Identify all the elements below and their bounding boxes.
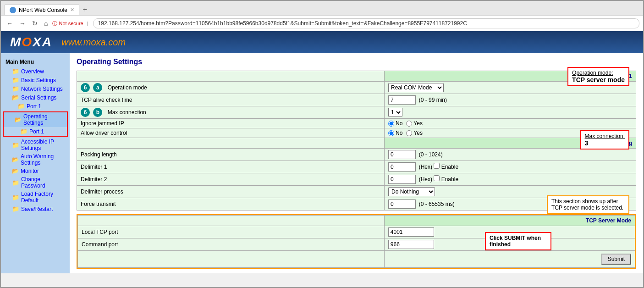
delimiter2-enable-label: Enable: [441, 176, 458, 183]
folder-open-icon: 📂: [12, 168, 19, 174]
sidebar: Main Menu 📁 Overview 📁 Basic Settings 📁 …: [1, 53, 70, 273]
tcp-alive-input[interactable]: [388, 95, 416, 105]
sidebar-item-basic-settings[interactable]: 📁 Basic Settings: [1, 76, 70, 84]
sidebar-item-change-password[interactable]: 📁 Change Password: [1, 175, 70, 190]
tab-title: NPort Web Console: [19, 7, 67, 13]
sidebar-item-monitor[interactable]: 📂 Monitor: [1, 167, 70, 175]
badge-b: b: [93, 108, 102, 117]
home-button[interactable]: ⌂: [42, 19, 50, 28]
new-tab-button[interactable]: +: [79, 4, 91, 16]
ignore-jammed-radio-group: No Yes: [388, 120, 632, 127]
max-connection-row: 6 b Max connection 1 2 3 4: [77, 106, 636, 119]
tcp-server-table: TCP Server Mode Local TCP port Command p…: [77, 215, 635, 268]
tab-close-button[interactable]: ✕: [70, 7, 74, 13]
sidebar-label-monitor: Monitor: [21, 168, 39, 174]
sidebar-item-port1-serial[interactable]: 📁 Port 1: [1, 102, 70, 111]
operation-mode-text: Operation mode: [108, 84, 147, 91]
sidebar-active-border: 📂 Operating Settings 📁 Port 1: [3, 111, 68, 137]
delimiter1-value-cell: (Hex) Enable: [385, 161, 636, 173]
allow-driver-no-label[interactable]: No: [388, 130, 402, 136]
operation-mode-label: 6 a Operation mode: [77, 82, 385, 94]
delimiter-process-select[interactable]: Do Nothing Delimiter + 1 Delimiter + 2 S…: [388, 187, 435, 196]
local-tcp-port-row: Local TCP port: [78, 226, 635, 238]
browser-tab[interactable]: NPort Web Console ✕: [5, 5, 79, 15]
ignore-jammed-yes-label[interactable]: Yes: [406, 120, 423, 127]
sidebar-item-auto-warning[interactable]: 📂 Auto Warning Settings: [1, 152, 70, 167]
sidebar-item-network-settings[interactable]: 📁 Network Settings: [1, 84, 70, 93]
delimiter2-value-cell: (Hex) Enable: [385, 173, 636, 186]
command-port-input[interactable]: [388, 240, 434, 249]
sidebar-item-load-factory[interactable]: 📁 Load Factory Default: [1, 190, 70, 205]
delimiter2-input[interactable]: [388, 175, 416, 184]
tab-favicon: [10, 7, 16, 13]
annotation-submit: Click SUBMIT when finished: [485, 232, 551, 250]
folder-icon: 📁: [12, 205, 19, 212]
ignore-jammed-no-label[interactable]: No: [388, 120, 402, 127]
folder-icon: 📁: [12, 77, 19, 83]
sidebar-label-port1-serial: Port 1: [27, 103, 41, 110]
packing-length-suffix: (0 - 1024): [417, 151, 442, 158]
sidebar-active-section: 6 📂 Operating Settings 📁 Port 1: [1, 111, 70, 137]
settings-table: Port 01 6 a Operation mode Real: [77, 71, 636, 210]
local-tcp-port-label: Local TCP port: [78, 226, 385, 238]
annotation-submit-text: Click SUBMIT when finished: [490, 235, 547, 248]
ignore-jammed-label: Ignore jammed IP: [77, 119, 385, 128]
max-connection-select[interactable]: 1 2 3 4: [388, 108, 402, 117]
main-content: Operating Settings Operation mode: TCP s…: [70, 53, 643, 273]
folder-open-icon: 📂: [12, 156, 19, 163]
submit-row: Submit: [78, 251, 635, 268]
back-button[interactable]: ←: [5, 19, 15, 28]
allow-driver-no-radio[interactable]: [388, 130, 394, 136]
sidebar-label-network-settings: Network Settings: [21, 86, 63, 92]
ignore-jammed-no-radio[interactable]: [388, 121, 394, 127]
submit-button[interactable]: Submit: [601, 254, 631, 265]
delimiter1-suffix: (Hex): [417, 164, 434, 170]
sidebar-item-accessible-ip[interactable]: 📁 Accessible IP Settings: [1, 138, 70, 152]
ignore-jammed-yes-radio[interactable]: [406, 121, 412, 127]
force-transmit-label: Force transmit: [77, 198, 385, 210]
operation-mode-select[interactable]: Real COM Mode TCP Server Mode TCP Client…: [388, 83, 444, 92]
sidebar-title: Main Menu: [1, 57, 70, 67]
badge-a: a: [93, 83, 102, 92]
delimiter2-enable-checkbox[interactable]: [434, 175, 440, 181]
packing-length-value-cell: (0 - 1024): [385, 149, 636, 161]
force-transmit-input[interactable]: [388, 199, 416, 209]
folder-icon-open: 📂: [12, 94, 19, 101]
sidebar-label-port1-operating: Port 1: [29, 128, 44, 135]
sidebar-label-basic-settings: Basic Settings: [21, 77, 56, 83]
allow-driver-yes-label[interactable]: Yes: [406, 130, 423, 136]
force-transmit-suffix: (0 - 65535 ms): [417, 201, 454, 207]
browser-window: NPort Web Console ✕ + ← → ↻ ⌂ ⓘ Not secu…: [0, 0, 644, 288]
badge-6-a: 6: [81, 83, 90, 92]
sidebar-item-serial-settings[interactable]: 📂 Serial Settings: [1, 93, 70, 102]
delimiter1-enable-checkbox[interactable]: [434, 163, 440, 169]
sidebar-item-port1-operating[interactable]: 📁 Port 1: [4, 127, 67, 136]
sidebar-label-change-password: Change Password: [21, 176, 66, 189]
annotation-op-mode-title: Operation mode:: [572, 70, 625, 76]
sidebar-item-operating-settings[interactable]: 📂 Operating Settings: [4, 112, 67, 127]
packing-length-input[interactable]: [388, 150, 416, 159]
sidebar-item-overview[interactable]: 📁 Overview: [1, 67, 70, 76]
page-content: MOXA www.moxa.com Main Menu 📁 Overview 📁…: [1, 31, 643, 273]
moxa-header: MOXA www.moxa.com: [1, 31, 643, 53]
local-tcp-port-input[interactable]: [388, 227, 434, 237]
sidebar-item-save-restart[interactable]: 📁 Save/Restart: [1, 205, 70, 213]
delimiter2-suffix: (Hex): [417, 176, 434, 183]
allow-driver-yes-radio[interactable]: [406, 130, 412, 136]
annotation-op-mode-value: TCP server mode: [572, 76, 625, 83]
command-port-row: Command port: [78, 238, 635, 251]
delimiter1-input[interactable]: [388, 162, 416, 172]
folder-open-icon: 📂: [15, 116, 22, 123]
forward-button[interactable]: →: [17, 19, 28, 28]
max-connection-text: Max connection: [108, 109, 146, 116]
folder-icon: 📁: [20, 128, 28, 135]
security-indicator: ⓘ Not secure: [52, 20, 83, 27]
tcp-alive-row: TCP alive check time (0 - 99 min): [77, 94, 636, 106]
folder-icon: 📁: [17, 103, 25, 110]
packing-length-label: Packing length: [77, 149, 385, 161]
reload-button[interactable]: ↻: [30, 19, 39, 28]
ignore-jammed-row: Ignore jammed IP No Yes: [77, 119, 636, 128]
main-layout: Main Menu 📁 Overview 📁 Basic Settings 📁 …: [1, 53, 643, 273]
tab-bar: NPort Web Console ✕ +: [1, 1, 643, 16]
url-input[interactable]: [93, 18, 639, 28]
